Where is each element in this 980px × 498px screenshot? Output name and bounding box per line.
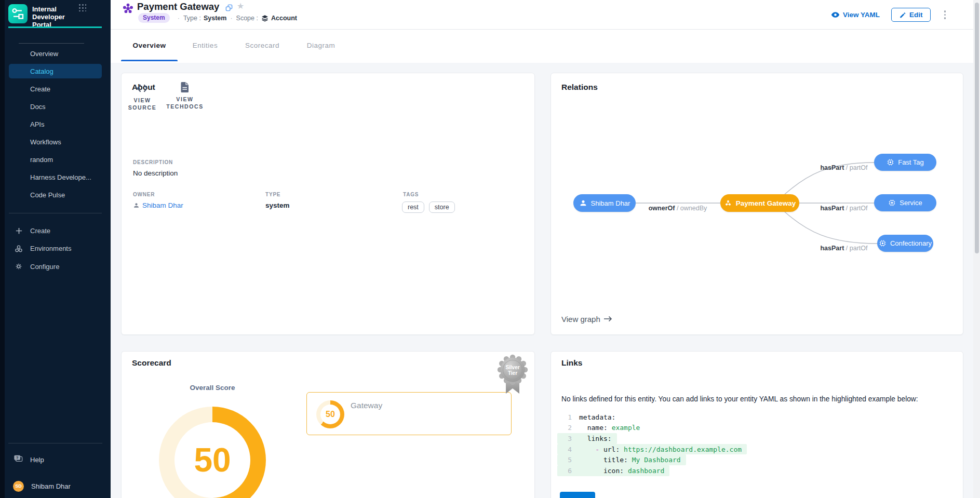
scrollbar-thumb[interactable]: [975, 3, 979, 253]
code-icon: [136, 82, 149, 95]
brand[interactable]: Internal Developer Portal: [8, 4, 107, 25]
graph-node-label: Payment Gateway: [736, 199, 796, 207]
sidebar-action-label: Create: [30, 227, 50, 235]
line-number: 1: [560, 413, 572, 421]
edge-label-ownerof: ownerOf / ownedBy: [645, 205, 710, 212]
tab-scorecard[interactable]: Scorecard: [231, 30, 293, 61]
user-menu[interactable]: SD Shibam Dhar: [9, 479, 102, 493]
gear-icon: [14, 262, 23, 271]
sidebar-item-label: Catalog: [30, 68, 53, 75]
graph-node-label: Service: [900, 199, 922, 207]
graph-node-service[interactable]: Service: [874, 194, 936, 211]
type-value: System: [204, 15, 226, 22]
kind-badge: System: [138, 13, 170, 23]
sidebar-item-label: Create: [30, 85, 50, 93]
app-root: Internal Developer Portal OverviewCatalo…: [0, 0, 980, 498]
brand-underline: [8, 26, 102, 28]
sidebar-item-workflows[interactable]: Workflows: [9, 134, 102, 149]
view-graph-link[interactable]: View graph: [561, 315, 612, 324]
relations-card: Relations Shibam DharPayment GatewayFast…: [551, 73, 963, 335]
sidebar-action-configure[interactable]: Configure: [9, 259, 102, 274]
line-number: 5: [560, 456, 572, 464]
links-title: Links: [561, 358, 582, 368]
scorecard-entry-gateway[interactable]: 50Gateway: [306, 392, 512, 435]
portal-logo-icon: [8, 4, 28, 23]
help-item[interactable]: ? Help: [9, 452, 102, 467]
tab-overview[interactable]: Overview: [121, 30, 178, 61]
sidebar: Internal Developer Portal OverviewCatalo…: [0, 0, 111, 498]
chip-icon: [887, 158, 894, 166]
overall-score-value: 50: [159, 407, 266, 498]
entry-name: Gateway: [351, 401, 382, 410]
svg-text:?: ?: [16, 455, 19, 460]
sidebar-action-environments[interactable]: Environments: [9, 241, 102, 256]
eye-icon: [831, 11, 840, 18]
tag-chip-store[interactable]: store: [429, 201, 455, 213]
sidebar-item-harness-develope[interactable]: Harness Develope...: [9, 170, 102, 184]
tier-badge-line1: Silver: [505, 365, 519, 370]
graph-node-payment-gateway[interactable]: Payment Gateway: [720, 194, 799, 212]
user-name: Shibam Dhar: [31, 482, 71, 490]
view-yaml-button[interactable]: View YAML: [831, 11, 880, 19]
sidebar-item-label: random: [30, 156, 53, 164]
links-primary-button[interactable]: [560, 492, 595, 498]
code-line-4: 4 - url: https://dashboard.example.com: [557, 444, 747, 455]
sidebar-item-label: APIs: [30, 120, 44, 128]
graph-node-confectionary[interactable]: Confectionary: [877, 235, 933, 252]
code-line-1: 1metadata:: [557, 412, 621, 423]
line-number: 4: [560, 446, 572, 453]
owner-link[interactable]: Shibam Dhar: [133, 201, 183, 209]
scope-icon: [261, 15, 269, 22]
document-icon: [180, 80, 190, 94]
yaml-code-block: 1metadata:2 name: example3 links:4 - url…: [557, 412, 747, 476]
copy-icon[interactable]: [225, 4, 233, 14]
view-techdocs-action[interactable]: VIEW TECHDOCS: [164, 80, 206, 110]
links-empty-message: No links defined for this entity. You ca…: [561, 395, 958, 403]
edge-label-haspart: hasPart / partOf: [811, 164, 877, 171]
page-scrollbar: [973, 0, 980, 498]
network-icon: [724, 199, 732, 207]
code-line-5: 5 title: My Dashboard: [557, 454, 686, 465]
scope-label: Scope :: [236, 15, 258, 22]
favorite-star-icon[interactable]: ★: [237, 1, 244, 11]
person-icon: [579, 199, 587, 207]
sidebar-item-create[interactable]: Create: [9, 82, 102, 96]
entity-header: Payment Gateway ★ System · Type : System…: [111, 0, 980, 30]
graph-node-shibam-dhar[interactable]: Shibam Dhar: [573, 194, 636, 212]
help-label: Help: [30, 456, 44, 464]
relations-graph: Shibam DharPayment GatewayFast TagServic…: [551, 73, 963, 334]
sidebar-item-label: Overview: [30, 50, 58, 58]
scorecard-title: Scorecard: [132, 358, 171, 368]
view-source-action[interactable]: VIEW SOURCE: [126, 82, 159, 111]
edit-button[interactable]: Edit: [891, 8, 931, 22]
graph-node-label: Fast Tag: [898, 158, 924, 166]
graph-node-fast-tag[interactable]: Fast Tag: [874, 154, 936, 171]
tab-bar: OverviewEntitiesScorecardDiagram: [111, 30, 980, 63]
more-options-kebab[interactable]: [942, 8, 948, 21]
sidebar-item-random[interactable]: random: [9, 152, 102, 167]
tab-diagram[interactable]: Diagram: [293, 30, 348, 61]
plus-icon: [14, 227, 23, 235]
sidebar-item-code-pulse[interactable]: Code Pulse: [9, 187, 102, 202]
graph-node-label: Confectionary: [890, 239, 932, 247]
tag-chip-rest[interactable]: rest: [402, 201, 424, 213]
help-icon: ?: [14, 454, 23, 465]
sidebar-divider-top: [19, 43, 84, 44]
sidebar-action-create[interactable]: Create: [9, 223, 102, 238]
type-field-label: TYPE: [265, 192, 280, 197]
environments-icon: [14, 245, 23, 253]
sidebar-item-label: Code Pulse: [30, 191, 65, 199]
code-line-2: 2 name: example: [557, 423, 645, 434]
sidebar-item-overview[interactable]: Overview: [9, 46, 102, 61]
sidebar-divider-bottom: [8, 443, 102, 443]
links-card: Links No links defined for this entity. …: [551, 351, 963, 498]
tab-entities[interactable]: Entities: [179, 30, 231, 61]
entity-kind-icon: [123, 3, 133, 14]
user-avatar: SD: [13, 481, 24, 492]
code-line-3: 3 links:: [557, 433, 617, 444]
sidebar-item-apis[interactable]: APIs: [9, 117, 102, 131]
arrow-right-icon: [603, 315, 612, 324]
apps-grid-icon[interactable]: [79, 4, 87, 12]
sidebar-item-catalog[interactable]: Catalog: [9, 64, 102, 78]
sidebar-item-docs[interactable]: Docs: [9, 99, 102, 114]
